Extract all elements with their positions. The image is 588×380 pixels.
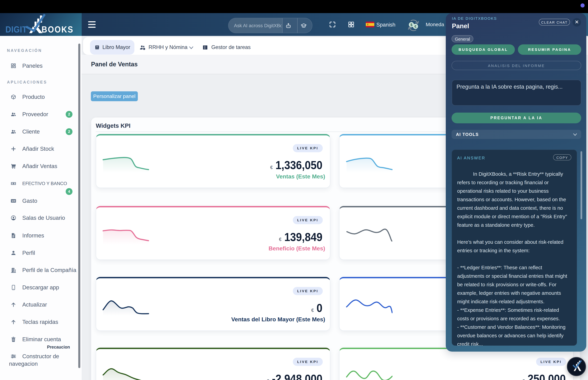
svg-text:$: $ [410,23,412,27]
svg-text:$: $ [12,200,13,202]
svg-text:€: € [415,24,417,29]
